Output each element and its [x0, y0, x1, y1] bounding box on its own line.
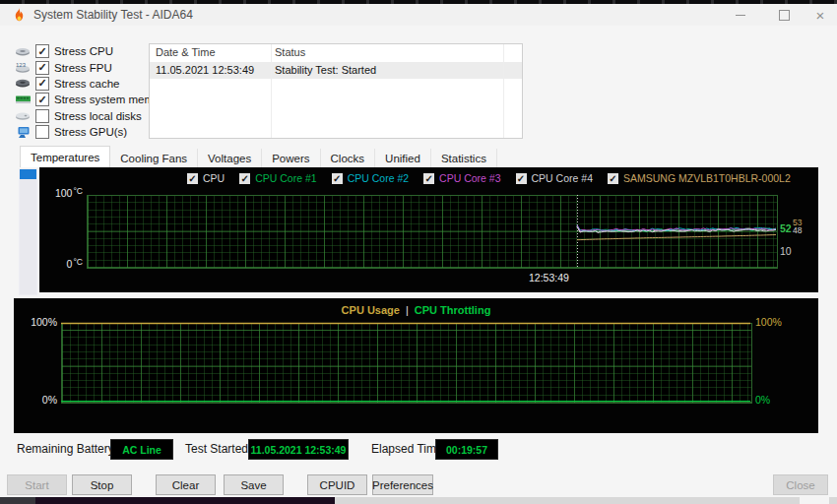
usage-title-left: CPU Usage — [342, 304, 400, 316]
cache-icon — [12, 78, 33, 89]
tab-bar: TemperaturesCooling FansVoltagesPowersCl… — [20, 147, 497, 167]
legend-item: ✓SAMSUNG MZVLB1T0HBLR-000L2 — [608, 172, 791, 184]
stress-checkbox-stress-gpu-s[interactable] — [35, 125, 49, 139]
legend-checkbox[interactable]: ✓ — [332, 173, 343, 184]
check-icon: ✓ — [37, 62, 46, 72]
tab-statistics[interactable]: Statistics — [431, 149, 497, 167]
stress-checkbox-stress-local-disks[interactable] — [35, 109, 49, 123]
tab-temperatures[interactable]: Temperatures — [20, 146, 110, 167]
test-started-label: Test Started: — [185, 442, 251, 456]
temp-axis-max: 100°C — [39, 187, 83, 199]
preferences-button[interactable]: Preferences — [372, 474, 433, 495]
tab-unified[interactable]: Unified — [375, 149, 431, 167]
background-window-strip-bottom — [0, 497, 35, 504]
aida64-stability-test-window: System Stability Test - AIDA64 × ✓Stress… — [0, 0, 837, 504]
legend-checkbox[interactable]: ✓ — [608, 173, 618, 184]
usage-plot-grid — [61, 323, 752, 404]
log-status-cell: Stability Test: Started — [275, 64, 376, 76]
clear-button[interactable]: Clear — [156, 474, 216, 495]
legend-label: CPU Core #4 — [532, 172, 593, 184]
legend-item: ✓CPU Core #1 — [239, 172, 316, 184]
stress-option-label: Stress GPU(s) — [54, 126, 127, 138]
stress-option-label: Stress local disks — [54, 110, 142, 122]
throttling-current-value: 0% — [755, 394, 770, 406]
temp-time-label: 12:53:49 — [529, 272, 569, 284]
stress-checkbox-stress-cpu[interactable]: ✓ — [35, 44, 49, 58]
stress-option-row: ✓Stress system memory — [12, 92, 169, 107]
legend-checkbox[interactable]: ✓ — [239, 173, 250, 184]
temp-current-value: 52 — [780, 222, 792, 234]
log-row[interactable]: 11.05.2021 12:53:49Stability Test: Start… — [150, 62, 522, 79]
elapsed-time-value-box: 00:19:57 — [435, 439, 498, 460]
memory-icon — [12, 94, 33, 104]
stress-option-label: Stress CPU — [54, 45, 113, 57]
stress-option-row: ✓Stress cache — [12, 76, 169, 92]
close-button[interactable]: Close — [773, 474, 828, 495]
check-icon: ✓ — [37, 46, 46, 56]
stress-checkbox-stress-fpu[interactable]: ✓ — [35, 61, 49, 75]
stress-option-row: Stress GPU(s) — [12, 124, 169, 140]
log-column-datetime: Date & Time — [156, 46, 216, 58]
legend-label: SAMSUNG MZVLB1T0HBLR-000L2 — [623, 172, 791, 184]
legend-item: ✓CPU Core #3 — [423, 172, 500, 184]
minimize-icon[interactable] — [724, 4, 757, 26]
chart-scrollbar-thumb[interactable] — [20, 169, 36, 179]
background-window-strip-bottom — [800, 497, 829, 504]
check-icon: ✓ — [188, 174, 196, 183]
window-title: System Stability Test - AIDA64 — [33, 8, 193, 22]
legend-item: ✓CPU Core #4 — [516, 172, 593, 184]
tab-voltages[interactable]: Voltages — [198, 149, 262, 167]
usage-axis-max-left: 100% — [14, 316, 57, 328]
temp-axis-min: 0°C — [39, 258, 83, 270]
stop-button[interactable]: Stop — [72, 474, 132, 495]
temp-current-value: 48 — [793, 225, 802, 235]
usage-current-value: 100% — [755, 316, 782, 328]
background-window-strip-bottom — [35, 497, 335, 504]
stress-option-row: Stress local disks — [12, 108, 169, 124]
usage-title-right: CPU Throttling — [415, 304, 491, 316]
legend-checkbox[interactable]: ✓ — [516, 173, 527, 184]
chart-scrollbar[interactable] — [19, 168, 37, 295]
temp-current-value: 10 — [780, 245, 792, 257]
legend-item: ✓CPU — [187, 172, 225, 184]
start-button[interactable]: Start — [7, 474, 67, 495]
titlebar: System Stability Test - AIDA64 × — [0, 4, 837, 26]
check-icon: ✓ — [517, 174, 525, 183]
temperature-plot-grid — [87, 195, 778, 269]
stress-option-row: 123✓Stress FPU — [12, 59, 169, 75]
legend-checkbox[interactable]: ✓ — [423, 173, 434, 184]
check-icon: ✓ — [37, 78, 46, 88]
legend-label: CPU Core #2 — [348, 172, 409, 184]
check-icon: ✓ — [37, 94, 46, 104]
tab-powers[interactable]: Powers — [262, 149, 320, 167]
stress-option-label: Stress FPU — [54, 62, 112, 74]
usage-title-separator: | — [400, 304, 415, 316]
battery-value-box: AC Line — [110, 439, 173, 460]
log-rows: 11.05.2021 12:53:49Stability Test: Start… — [150, 62, 522, 79]
check-icon: ✓ — [609, 174, 616, 183]
log-column-status: Status — [275, 46, 305, 58]
background-window-strip-bottom — [335, 497, 837, 504]
stress-option-label: Stress cache — [54, 78, 119, 90]
stress-options-list: ✓Stress CPU123✓Stress FPU✓Stress cache✓S… — [12, 43, 169, 140]
stress-checkbox-stress-cache[interactable]: ✓ — [35, 77, 49, 91]
cpuid-button[interactable]: CPUID — [307, 474, 367, 495]
gpu-icon — [12, 126, 33, 139]
usage-chart-panel: CPU Usage|CPU Throttling 100% 0% 100% 0% — [14, 298, 818, 433]
legend-label: CPU Core #1 — [255, 172, 316, 184]
temperature-chart-panel: ✓CPU✓CPU Core #1✓CPU Core #2✓CPU Core #3… — [39, 167, 818, 292]
save-button[interactable]: Save — [224, 474, 284, 495]
legend-checkbox[interactable]: ✓ — [187, 173, 198, 184]
stress-checkbox-stress-system-memory[interactable]: ✓ — [35, 93, 49, 106]
test-started-value-box: 11.05.2021 12:53:49 — [248, 439, 349, 460]
maximize-icon[interactable] — [767, 4, 801, 26]
tab-clocks[interactable]: Clocks — [321, 149, 376, 167]
tab-cooling-fans[interactable]: Cooling Fans — [110, 149, 198, 167]
svg-text:123: 123 — [16, 62, 27, 68]
legend-label: CPU Core #3 — [439, 172, 500, 184]
close-window-icon[interactable]: × — [804, 4, 837, 26]
check-icon: ✓ — [424, 174, 432, 183]
usage-axis-min-left: 0% — [14, 394, 57, 406]
cpu-icon — [12, 46, 33, 57]
stress-option-row: ✓Stress CPU — [12, 43, 169, 59]
